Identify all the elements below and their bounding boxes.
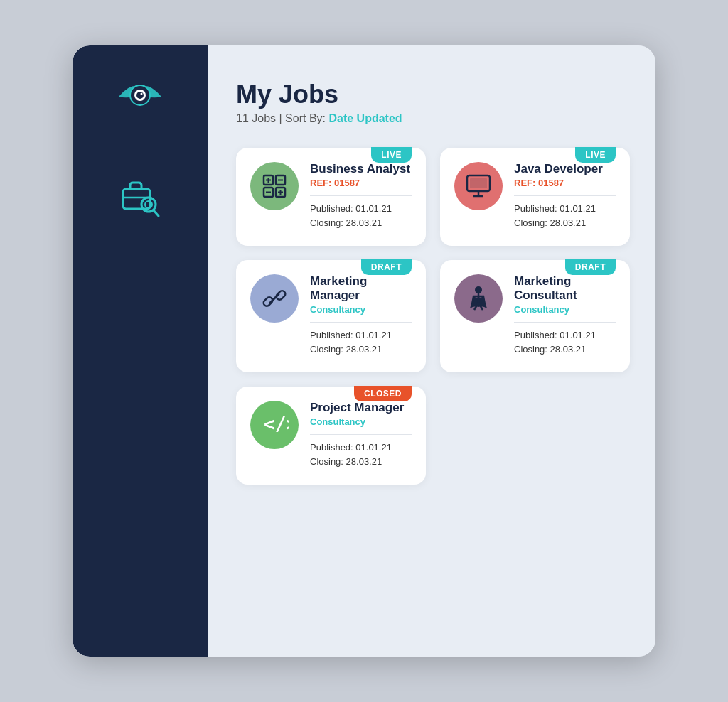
- job-closing-5: Closing: 28.03.21: [310, 456, 412, 467]
- job-icon-2: [454, 162, 503, 210]
- svg-point-3: [141, 93, 143, 95]
- monitor-icon: [464, 172, 493, 200]
- svg-point-25: [475, 286, 482, 293]
- job-icon-5: </>: [250, 401, 299, 449]
- job-ref-2: REF: 01587: [514, 178, 616, 188]
- job-card-1[interactable]: LIVE: [236, 148, 426, 246]
- job-ref-1: REF: 01587: [310, 178, 412, 188]
- job-details-1: Business Analyst REF: 01587 Published: 0…: [310, 162, 412, 232]
- app-container: My Jobs 11 Jobs | Sort By: Date Updated …: [73, 45, 655, 657]
- job-card-4[interactable]: DRAFT: [440, 260, 630, 372]
- job-closing-1: Closing: 28.03.21: [310, 217, 412, 228]
- jobs-count-label: 11 Jobs | Sort By:: [236, 112, 326, 124]
- chain-icon: [260, 284, 289, 313]
- status-badge-5: CLOSED: [354, 386, 412, 401]
- code-icon: </>: [260, 411, 289, 439]
- svg-rect-22: [470, 178, 487, 188]
- job-published-1: Published: 01.01.21: [310, 203, 412, 214]
- jobs-grid: LIVE: [236, 148, 630, 485]
- jobs-nav-button[interactable]: [112, 168, 168, 225]
- job-name-2: Java Developer: [514, 162, 616, 176]
- status-badge-3: DRAFT: [361, 259, 412, 275]
- sidebar: [73, 45, 208, 657]
- logo-icon: [112, 75, 168, 125]
- page-title: My Jobs: [236, 80, 630, 109]
- sort-label[interactable]: Date Updated: [328, 112, 402, 124]
- job-category-5: Consultancy: [310, 416, 412, 427]
- page-subtitle: 11 Jobs | Sort By: Date Updated: [236, 112, 630, 125]
- svg-point-2: [136, 92, 144, 99]
- status-badge-2: LIVE: [575, 147, 616, 163]
- status-badge-1: LIVE: [371, 147, 412, 163]
- main-content: My Jobs 11 Jobs | Sort By: Date Updated …: [208, 45, 655, 657]
- card-inner-1: Business Analyst REF: 01587 Published: 0…: [250, 162, 412, 232]
- job-name-5: Project Manager: [310, 401, 412, 415]
- job-details-5: Project Manager Consultancy Published: 0…: [310, 401, 412, 470]
- svg-rect-23: [262, 296, 274, 307]
- job-category-3: Consultancy: [310, 304, 412, 315]
- card-inner-2: Java Developer REF: 01587 Published: 01.…: [454, 162, 616, 232]
- job-icon-3: [250, 274, 299, 323]
- job-name-1: Business Analyst: [310, 162, 412, 176]
- superhero-icon: [464, 284, 493, 313]
- calculator-icon: [261, 173, 288, 200]
- job-closing-2: Closing: 28.03.21: [514, 217, 616, 228]
- job-details-2: Java Developer REF: 01587 Published: 01.…: [514, 162, 616, 232]
- job-card-5[interactable]: CLOSED </> Project Manager Consultancy P…: [236, 387, 426, 485]
- job-name-3: Marketing Manager: [310, 274, 412, 303]
- job-published-5: Published: 01.01.21: [310, 442, 412, 453]
- svg-rect-24: [275, 289, 287, 301]
- job-icon-4: [454, 274, 503, 323]
- svg-text:</>: </>: [264, 414, 289, 435]
- card-inner-4: Marketing Consultant Consultancy Publish…: [454, 274, 616, 358]
- job-closing-4: Closing: 28.03.21: [514, 344, 616, 355]
- job-published-3: Published: 01.01.21: [310, 330, 412, 340]
- card-inner-3: Marketing Manager Consultancy Published:…: [250, 274, 412, 358]
- logo-area: [112, 75, 168, 125]
- job-card-3[interactable]: DRAFT Marketing Manager Consultancy Pu: [236, 260, 426, 372]
- job-published-4: Published: 01.01.21: [514, 330, 616, 340]
- job-card-2[interactable]: LIVE Java Developer REF: 01587: [440, 148, 630, 246]
- job-published-2: Published: 01.01.21: [514, 203, 616, 214]
- card-inner-5: </> Project Manager Consultancy Publishe…: [250, 401, 412, 470]
- job-details-3: Marketing Manager Consultancy Published:…: [310, 274, 412, 358]
- job-name-4: Marketing Consultant: [514, 274, 616, 303]
- jobs-search-icon: [117, 173, 163, 219]
- job-closing-3: Closing: 28.03.21: [310, 344, 412, 355]
- svg-line-8: [154, 210, 159, 216]
- job-details-4: Marketing Consultant Consultancy Publish…: [514, 274, 616, 358]
- job-category-4: Consultancy: [514, 304, 616, 315]
- job-icon-1: [250, 162, 299, 210]
- status-badge-4: DRAFT: [565, 259, 616, 275]
